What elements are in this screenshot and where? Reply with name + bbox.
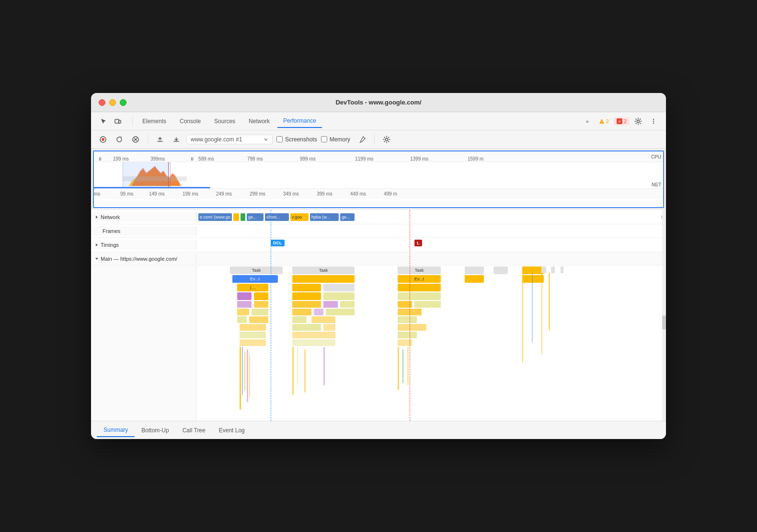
url-text: www.google.com #1	[191, 136, 242, 143]
r6-6[interactable]	[398, 309, 422, 315]
memory-checkbox[interactable]	[321, 136, 327, 142]
r6-3[interactable]	[292, 309, 311, 315]
row4-3[interactable]	[292, 292, 321, 300]
r10-3[interactable]	[398, 339, 412, 346]
network-chip-hpba[interactable]: hpba (w...	[310, 213, 339, 221]
right-task-3[interactable]	[551, 266, 555, 273]
dcl-badge[interactable]: DCL	[271, 240, 285, 246]
memory-checkbox-label[interactable]: Memory	[321, 136, 350, 143]
r10-1[interactable]	[240, 339, 266, 346]
btm-time-399: 399 ms	[317, 191, 333, 197]
screenshots-checkbox-label[interactable]: Screenshots	[276, 136, 317, 143]
r9-1[interactable]	[240, 332, 266, 338]
tab-console[interactable]: Console	[174, 115, 206, 127]
event-3-label: Ev...t	[414, 277, 424, 281]
device-toolbar-icon[interactable]	[111, 115, 125, 128]
clear-icon[interactable]	[129, 133, 142, 146]
btm-time-ms: ms	[94, 191, 100, 197]
r10-2[interactable]	[292, 339, 335, 346]
r7-1[interactable]	[237, 316, 247, 323]
tab-bottom-up[interactable]: Bottom-Up	[135, 424, 175, 437]
right-task-1[interactable]	[522, 266, 537, 273]
r5-4[interactable]	[323, 301, 338, 308]
download-icon[interactable]	[170, 133, 183, 146]
l-marker: L	[414, 240, 422, 246]
tab-summary[interactable]: Summary	[97, 424, 135, 437]
r9-3[interactable]	[398, 332, 417, 338]
network-chip-client[interactable]: client...	[265, 213, 289, 221]
sub-4[interactable]	[398, 284, 441, 291]
tab-sources[interactable]: Sources	[208, 115, 241, 127]
r6-5[interactable]	[326, 309, 355, 315]
record-icon[interactable]	[97, 133, 109, 146]
vertical-scrollbar[interactable]	[662, 210, 666, 421]
network-chip-3[interactable]	[241, 213, 245, 221]
event-5[interactable]	[522, 275, 544, 283]
close-button[interactable]	[99, 99, 105, 106]
task-4[interactable]	[465, 266, 484, 274]
scrollbar-thumb[interactable]	[662, 315, 666, 330]
tab-performance[interactable]: Performance	[277, 115, 322, 128]
r5-1[interactable]	[237, 301, 252, 308]
r5-3[interactable]	[292, 301, 321, 308]
l-badge[interactable]: L	[414, 240, 422, 246]
screenshots-checkbox[interactable]	[276, 136, 283, 142]
settings-icon[interactable]	[631, 115, 645, 128]
row4-2[interactable]	[254, 292, 268, 300]
r5-6[interactable]	[398, 301, 412, 308]
right-task-4[interactable]	[561, 266, 563, 273]
tab-network[interactable]: Network	[243, 115, 275, 127]
sub-2[interactable]	[292, 284, 321, 291]
refresh-record-icon[interactable]	[113, 133, 126, 146]
r6-4[interactable]	[314, 309, 323, 315]
capture-settings-icon[interactable]	[380, 133, 393, 146]
sub-3[interactable]	[323, 284, 355, 291]
right-task-2[interactable]	[541, 266, 546, 273]
titlebar: DevTools - www.google.com/	[91, 93, 666, 112]
more-tabs-icon[interactable]: »	[581, 115, 594, 128]
r6-1[interactable]	[237, 309, 249, 315]
tab-elements[interactable]: Elements	[137, 115, 172, 127]
row4-4[interactable]	[323, 292, 355, 300]
minimize-button[interactable]	[109, 99, 116, 106]
r6-2[interactable]	[252, 309, 268, 315]
tab-call-tree[interactable]: Call Tree	[176, 424, 212, 437]
network-chip-ge1[interactable]: ge...	[247, 213, 264, 221]
network-chip-2[interactable]	[233, 213, 239, 221]
thin-line-12	[407, 347, 409, 385]
task-2-label: Task	[319, 268, 328, 273]
r7-2[interactable]	[249, 316, 268, 323]
row4-5[interactable]	[398, 292, 441, 300]
upload-icon[interactable]	[154, 133, 166, 146]
task-5[interactable]	[493, 266, 508, 274]
r5-2[interactable]	[254, 301, 268, 308]
maximize-button[interactable]	[120, 99, 126, 106]
btm-time-199: 199 ms	[183, 191, 198, 197]
r8-2[interactable]	[292, 324, 321, 331]
time-label-599: 599 ms	[198, 156, 214, 162]
brush-icon[interactable]	[356, 133, 368, 146]
r5-5[interactable]	[340, 301, 355, 308]
network-chip-vgoo[interactable]: v.goo	[290, 213, 309, 221]
overview-area[interactable]: ⏸ 199 ms 399ms ⏸ 599 ms 799 ms 999 ms 11…	[93, 150, 664, 208]
network-chip-main[interactable]: e.com/ (www.go...	[198, 213, 232, 221]
r8-1[interactable]	[240, 324, 266, 331]
r7-5[interactable]	[398, 316, 417, 323]
tab-event-log[interactable]: Event Log	[212, 424, 252, 437]
main-timeline: Network e.com/ (www.go... ge... client..…	[91, 210, 666, 421]
r7-4[interactable]	[311, 316, 335, 323]
warning-count: 2	[606, 118, 609, 124]
network-chip-ge2[interactable]: ge...	[340, 213, 355, 221]
r5-7[interactable]	[414, 301, 441, 308]
url-selector[interactable]: www.google.com #1	[186, 135, 273, 144]
more-menu-icon[interactable]	[647, 115, 660, 128]
r7-3[interactable]	[292, 316, 307, 323]
r8-4[interactable]	[398, 324, 426, 331]
r8-3[interactable]	[323, 324, 335, 331]
event-2[interactable]	[292, 275, 355, 283]
r9-2[interactable]	[292, 332, 335, 338]
main-label: Main — https://www.google.com/	[101, 256, 177, 262]
cursor-icon[interactable]	[97, 115, 110, 128]
event-4[interactable]	[465, 275, 484, 283]
row4-1[interactable]	[237, 292, 252, 300]
